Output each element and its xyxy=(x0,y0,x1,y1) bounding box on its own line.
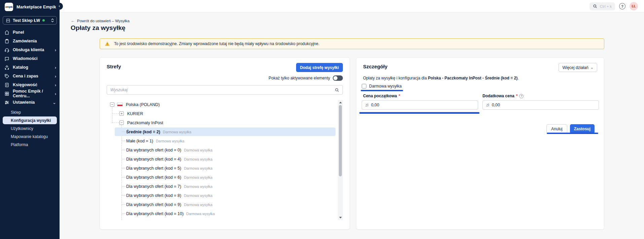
required-asterisk: * xyxy=(399,94,400,98)
sidebar-item-mapowanie-katalogu[interactable]: Mapowanie katalogu xyxy=(3,133,57,140)
search-icon xyxy=(335,88,339,92)
tree-row[interactable]: +KURIER xyxy=(107,109,338,118)
details-title: Szczegóły xyxy=(363,64,388,69)
tree-row[interactable]: −Paczkomaty InPost xyxy=(107,118,338,127)
search-icon xyxy=(593,4,597,8)
tree-row[interactable]: Dla wybranych ofert (kod = 7)Darmowa wys… xyxy=(107,182,338,191)
tree-scrollbar[interactable] xyxy=(338,100,343,220)
more-actions-button[interactable]: Więcej działań ⌄ xyxy=(559,63,597,72)
sidebar-item-zamowienia[interactable]: Zamówienia xyxy=(0,37,60,45)
chevron-right-icon: › xyxy=(55,65,56,70)
additional-price-label: Dodatkowa cena* ? xyxy=(482,94,524,98)
sidebar-item-panel[interactable]: Panel xyxy=(0,28,60,37)
chat-icon xyxy=(4,56,9,61)
store-icon xyxy=(6,18,10,23)
tag-icon xyxy=(4,74,9,79)
sidebar-collapse-button[interactable]: ‹ xyxy=(56,3,63,10)
breadcrumb[interactable]: ← Powrót do ustawień – Wysyłka xyxy=(71,18,130,23)
sidebar-item-obsluga-klienta[interactable]: Obsługa klienta › xyxy=(0,45,60,54)
free-shipping-badge: Darmowa wysyłka xyxy=(184,194,213,198)
initial-price-input[interactable] xyxy=(371,103,474,107)
tree-row[interactable]: Dla wybranych ofert (kod = 6)Darmowa wys… xyxy=(107,173,338,182)
sidebar-item-konfiguracja-wysylki[interactable]: Konfiguracja wysyłki xyxy=(3,116,57,124)
annotation-underline-initial-price xyxy=(359,112,479,114)
tree-node-label: Polska (POLAND) xyxy=(126,102,160,107)
sidebar-item-sklep[interactable]: Sklep xyxy=(3,108,57,116)
help-icon[interactable]: ? xyxy=(619,3,625,9)
annotation-underline-buttons xyxy=(547,133,598,134)
active-only-toggle[interactable] xyxy=(333,75,343,81)
global-search-button[interactable]: Ctrl + k xyxy=(589,2,615,10)
tree-node-label: Dla wybranych ofert (kod = 8) xyxy=(126,193,181,198)
free-shipping-badge: Darmowa wysyłka xyxy=(184,148,213,152)
tree-row[interactable]: Dla wybranych ofert (kod = 5)Darmowa wys… xyxy=(107,164,338,173)
add-zone-button[interactable]: Dodaj strefę wysyłki xyxy=(296,63,343,72)
free-shipping-badge: Darmowa wysyłka xyxy=(184,175,213,179)
home-icon xyxy=(4,30,9,35)
invoice-icon xyxy=(4,82,9,88)
headset-icon xyxy=(4,47,9,53)
additional-price-input[interactable] xyxy=(492,103,595,107)
tree-row[interactable]: Dla wybranych ofert (kod = 0)Darmowa wys… xyxy=(107,145,338,155)
page-title: Opłaty za wysyłkę xyxy=(71,24,126,32)
topbar: Ctrl + k ? ŁŁ xyxy=(0,0,644,12)
tree-row[interactable]: Dla wybranych ofert (kod = 4)Darmowa wys… xyxy=(107,155,338,164)
zones-panel: Strefy Dodaj strefę wysyłki Pokaż tylko … xyxy=(100,57,350,230)
cancel-button[interactable]: Anuluj xyxy=(546,124,567,134)
sidebar-item-platforma[interactable]: Platforma xyxy=(3,141,57,148)
tree-node-label: Dla wybranych ofert (kod = 9) xyxy=(126,202,181,207)
zones-search xyxy=(107,85,343,95)
search-shortcut: Ctrl + k xyxy=(600,4,612,8)
currency-prefix: zł xyxy=(365,103,368,107)
scrollbar-thumb[interactable] xyxy=(339,105,342,176)
app-root: Ctrl + k ? ŁŁ empik Marketplace Empik Te… xyxy=(0,0,644,239)
free-shipping-row[interactable]: Darmowa wysyłka xyxy=(362,84,402,89)
sidebar-item-cena-i-zapas[interactable]: Cena i zapas › xyxy=(0,72,60,80)
chevron-right-icon: › xyxy=(55,92,56,96)
help-tooltip-icon[interactable]: ? xyxy=(519,94,524,98)
sidebar-item-pomoc-empik[interactable]: Pomoc Empik / Centru... › xyxy=(0,89,60,98)
tree-row[interactable]: Małe (kod = 1)Darmowa wysyłka xyxy=(107,136,338,145)
sidebar-item-ksiegowosc[interactable]: Księgowość › xyxy=(0,80,60,89)
catalog-icon xyxy=(4,65,9,70)
sidebar: empik Marketplace Empik Test Sklep ŁW Pa… xyxy=(0,0,60,239)
store-selector[interactable]: Test Sklep ŁW xyxy=(3,16,57,25)
free-shipping-checkbox[interactable] xyxy=(362,84,366,89)
free-shipping-badge: Darmowa wysyłka xyxy=(186,212,215,216)
expand-icon[interactable]: + xyxy=(119,111,124,116)
chevron-right-icon: › xyxy=(55,48,56,52)
details-panel: Szczegóły Więcej działań ⌄ Opłaty za wys… xyxy=(356,57,604,230)
orders-icon xyxy=(4,39,9,44)
zones-title: Strefy xyxy=(107,64,121,69)
zones-search-input[interactable] xyxy=(107,88,335,92)
scroll-down-icon[interactable] xyxy=(338,215,343,220)
additional-price-field: zł xyxy=(482,100,599,110)
sidebar-item-ustawienia[interactable]: Ustawienia ⌄ xyxy=(0,98,60,107)
tree-row[interactable]: Dla wybranych ofert (kod = 11)Darmowa wy… xyxy=(107,218,338,220)
sidebar-item-wiadomosci[interactable]: Wiadomości xyxy=(0,54,60,63)
currency-prefix: zł xyxy=(486,103,489,107)
collapse-icon[interactable]: − xyxy=(119,121,124,125)
toggle-knob xyxy=(333,76,337,80)
sidebar-item-uzytkownicy[interactable]: Użytkownicy xyxy=(3,125,57,132)
tree-row[interactable]: Dla wybranych ofert (kod = 8)Darmowa wys… xyxy=(107,191,338,200)
tree-row[interactable]: Dla wybranych ofert (kod = 10)Darmowa wy… xyxy=(107,209,338,218)
app-name: Marketplace Empik xyxy=(16,4,56,9)
collapse-icon[interactable]: − xyxy=(110,102,114,107)
initial-price-field: zł xyxy=(362,100,478,110)
tree-node-label: Dla wybranych ofert (kod = 10) xyxy=(126,211,184,216)
free-shipping-badge: Darmowa wysyłka xyxy=(184,157,213,161)
back-arrow-icon: ← xyxy=(71,18,75,23)
tree-row[interactable]: Średnie (kod = 2)Darmowa wysyłka xyxy=(107,127,338,136)
annotation-underline-checkbox xyxy=(361,90,403,91)
sidebar-item-katalog[interactable]: Katalog › xyxy=(0,63,60,72)
tree-row[interactable]: Dla wybranych ofert (kod = 9)Darmowa wys… xyxy=(107,200,338,209)
main-content: ← Powrót do ustawień – Wysyłka Opłaty za… xyxy=(60,12,644,239)
chevron-down-icon: ⌄ xyxy=(52,100,56,105)
tree-node-label: Średnie (kod = 2) xyxy=(126,130,160,134)
tree-row[interactable]: −Polska (POLAND) xyxy=(107,100,338,109)
scroll-up-icon[interactable] xyxy=(338,100,343,105)
apply-button[interactable]: Zastosuj xyxy=(570,124,595,134)
avatar[interactable]: ŁŁ xyxy=(630,2,638,10)
sidebar-nav: Panel Zamówienia Obsługa klienta › Wiado… xyxy=(0,28,60,148)
